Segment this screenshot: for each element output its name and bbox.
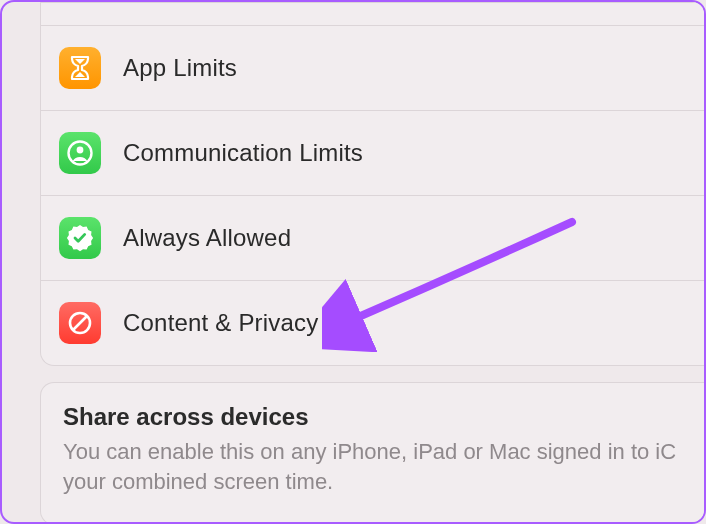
- person-circle-icon: [59, 132, 101, 174]
- nosign-icon: [59, 302, 101, 344]
- row-label: Communication Limits: [123, 139, 363, 167]
- row-label: Content & Privacy: [123, 309, 318, 337]
- svg-point-1: [77, 147, 84, 154]
- svg-line-3: [73, 316, 87, 330]
- screen-time-settings-list: App Limits Communication Limits Always A…: [40, 2, 704, 366]
- section-description: You can enable this on any iPhone, iPad …: [63, 437, 682, 496]
- share-across-devices-section[interactable]: Share across devices You can enable this…: [40, 382, 704, 524]
- hourglass-icon: [59, 47, 101, 89]
- row-label: Always Allowed: [123, 224, 291, 252]
- section-title: Share across devices: [63, 403, 682, 431]
- row-label: App Limits: [123, 54, 237, 82]
- row-app-limits[interactable]: App Limits: [41, 25, 704, 110]
- row-content-privacy[interactable]: Content & Privacy: [41, 280, 704, 365]
- checkmark-seal-icon: [59, 217, 101, 259]
- row-communication-limits[interactable]: Communication Limits: [41, 110, 704, 195]
- list-top-edge: [41, 2, 704, 25]
- row-always-allowed[interactable]: Always Allowed: [41, 195, 704, 280]
